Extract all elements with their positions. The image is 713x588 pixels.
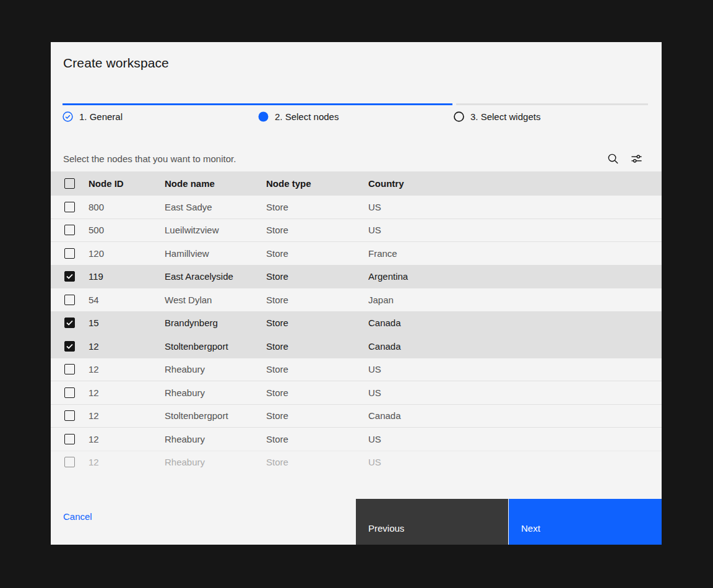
cell-node-name: Brandynberg [165,318,266,328]
table-row[interactable]: 12 Rheabury Store US [51,381,662,404]
progress-bar-incomplete [456,103,648,105]
cell-country: Argentina [368,271,662,282]
create-workspace-modal: Create workspace 1. General [51,42,662,545]
table-row[interactable]: 12 Rheabury Store US [51,451,662,474]
cell-node-id: 12 [89,387,165,398]
cell-country: US [368,434,662,444]
modal-title: Create workspace [63,56,169,71]
cell-node-name: Hamillview [165,248,266,259]
progress-step-label: 3. Select widgets [470,111,540,122]
column-header-node-type[interactable]: Node type [266,178,368,189]
row-checkbox[interactable] [64,202,75,212]
cell-node-type: Store [266,225,368,235]
row-checkbox[interactable] [64,295,75,305]
table-row[interactable]: 500 Lueilwitzview Store US [51,218,662,242]
row-checkbox[interactable] [64,410,75,421]
row-checkbox[interactable] [64,457,75,467]
search-button[interactable] [601,147,624,170]
settings-adjust-icon [631,153,642,165]
cell-node-id: 54 [89,295,165,305]
cell-node-id: 12 [89,364,165,374]
cell-node-name: East Sadye [165,202,266,212]
column-header-node-id[interactable]: Node ID [89,178,165,189]
check-icon [66,344,73,349]
cancel-button[interactable]: Cancel [63,511,92,522]
cell-node-id: 800 [89,202,165,212]
table-row[interactable]: 12 Stoltenbergport Store Canada [51,404,662,428]
cell-node-type: Store [266,202,368,212]
cell-node-name: Rheabury [165,457,266,467]
cell-country: US [368,364,662,374]
check-icon [66,274,73,279]
cell-node-id: 500 [89,225,165,235]
progress-step-select-nodes[interactable]: 2. Select nodes [258,111,339,122]
cell-country: Canada [368,341,662,352]
search-icon [607,153,619,165]
cell-node-id: 12 [89,341,165,352]
table-row[interactable]: 800 East Sadye Store US [51,195,662,218]
page-background: Create workspace 1. General [0,0,713,588]
check-circle-icon [63,111,73,122]
cell-node-type: Store [266,248,368,259]
cell-node-type: Store [266,364,368,374]
cell-node-type: Store [266,457,368,467]
column-header-country[interactable]: Country [368,178,662,189]
row-checkbox[interactable] [64,318,75,328]
row-checkbox[interactable] [64,341,75,352]
row-checkbox[interactable] [64,271,75,282]
table-header-row: Node ID Node name Node type Country [51,171,662,195]
column-header-node-name[interactable]: Node name [165,178,266,189]
table-row[interactable]: 119 East Aracelyside Store Argentina [51,265,662,288]
cell-node-name: Stoltenbergport [165,341,266,352]
cell-country: Japan [368,295,662,305]
previous-button[interactable]: Previous [356,499,508,545]
table-body: 800 East Sadye Store US 500 Lueilwitzvie… [51,195,662,473]
cell-node-id: 120 [89,248,165,259]
cell-node-name: Rheabury [165,364,266,374]
cell-node-type: Store [266,434,368,444]
cell-country: US [368,387,662,398]
table-row[interactable]: 120 Hamillview Store France [51,241,662,265]
row-checkbox[interactable] [64,434,75,444]
cell-country: US [368,457,662,467]
cell-node-type: Store [266,271,368,282]
cell-country: France [368,248,662,259]
cell-node-id: 12 [89,434,165,444]
cell-node-name: Rheabury [165,434,266,444]
cell-node-type: Store [266,387,368,398]
circle-outline-icon [454,111,464,122]
cell-node-name: Lueilwitzview [165,225,266,235]
table-row[interactable]: 12 Rheabury Store US [51,358,662,381]
progress-step-label: 2. Select nodes [275,111,339,122]
row-checkbox[interactable] [64,364,75,374]
table-row[interactable]: 12 Rheabury Store US [51,427,662,451]
table-row[interactable]: 15 Brandynberg Store Canada [51,311,662,335]
progress-step-select-widgets[interactable]: 3. Select widgets [454,111,540,122]
progress-step-general[interactable]: 1. General [63,111,123,122]
check-icon [66,320,73,326]
row-checkbox[interactable] [64,387,75,398]
cell-node-type: Store [266,341,368,352]
cell-node-name: East Aracelyside [165,271,266,282]
nodes-table: Node ID Node name Node type Country 800 … [51,171,662,473]
table-toolbar: Select the nodes that you want to monito… [51,145,662,171]
settings-adjust-button[interactable] [624,147,648,170]
next-button[interactable]: Next [509,499,662,545]
select-all-checkbox[interactable] [64,178,75,189]
progress-step-label: 1. General [79,111,123,122]
cell-node-name: Stoltenbergport [165,410,266,421]
row-checkbox[interactable] [64,225,75,235]
cell-node-type: Store [266,318,368,328]
cell-country: Canada [368,410,662,421]
cell-node-id: 119 [89,271,165,282]
cell-node-id: 12 [89,410,165,421]
cell-node-name: Rheabury [165,387,266,398]
cell-node-id: 12 [89,457,165,467]
table-description: Select the nodes that you want to monito… [63,153,236,164]
cell-node-name: West Dylan [165,295,266,305]
progress-indicator: 1. General 2. Select nodes [63,103,648,141]
table-row[interactable]: 54 West Dylan Store Japan [51,288,662,311]
row-checkbox[interactable] [64,248,75,259]
table-row[interactable]: 12 Stoltenbergport Store Canada [51,334,662,358]
filled-circle-icon [258,111,269,122]
